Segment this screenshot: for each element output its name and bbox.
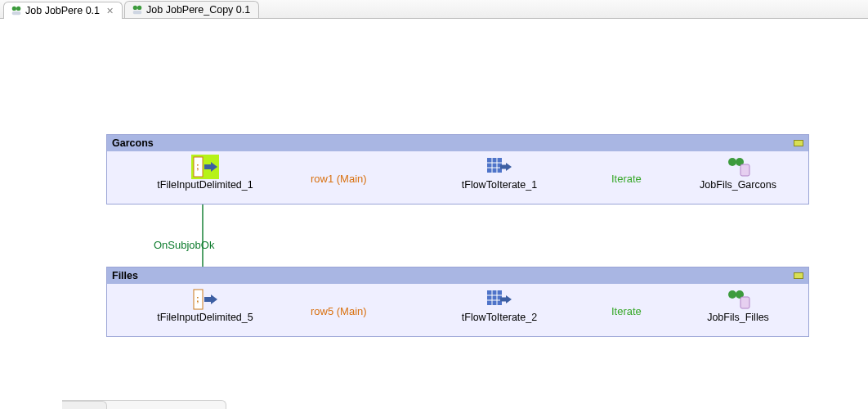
svg-point-28 (728, 290, 736, 299)
link-iterate-garcons[interactable]: Iterate (611, 173, 642, 185)
bottom-tab-stub (62, 400, 226, 409)
job-icon (11, 5, 22, 16)
link-row5-main[interactable]: row5 (Main) (311, 305, 367, 317)
svg-point-1 (16, 7, 20, 11)
svg-point-0 (12, 7, 16, 11)
svg-rect-20 (740, 164, 749, 176)
node-label: tFileInputDelimited_1 (140, 179, 271, 191)
svg-text:;: ; (196, 161, 199, 171)
connector-overlay (0, 19, 868, 409)
node-label: tFlowToIterate_2 (434, 312, 565, 323)
svg-rect-13 (487, 158, 502, 173)
subjob-title: Garcons (107, 135, 808, 151)
link-row1-main[interactable]: row1 (Main) (311, 173, 367, 185)
svg-rect-30 (740, 297, 749, 308)
child-job-icon (726, 289, 750, 310)
subjob-title: Filles (107, 267, 808, 284)
svg-rect-2 (12, 11, 21, 15)
collapse-icon[interactable] (794, 140, 803, 146)
node-label: tFileInputDelimited_5 (140, 312, 271, 323)
node-tflowtoiterate-1[interactable]: tFlowToIterate_1 (434, 156, 565, 191)
close-icon[interactable]: ✕ (106, 6, 114, 16)
svg-point-18 (728, 158, 736, 166)
tab-bar: Job JobPere 0.1 ✕ Job JobPere_Copy 0.1 (0, 0, 868, 19)
tab-jobpere-copy[interactable]: Job JobPere_Copy 0.1 (124, 1, 259, 18)
svg-point-3 (133, 6, 137, 10)
node-tflowtoiterate-2[interactable]: tFlowToIterate_2 (434, 289, 565, 323)
node-label: tFlowToIterate_1 (434, 179, 565, 191)
file-input-icon: ; (193, 289, 217, 310)
tab-label: Job JobPere_Copy 0.1 (146, 4, 250, 16)
file-input-icon: ; (193, 156, 217, 178)
designer-canvas[interactable]: Garcons ; tFileInputDelimited_1 (0, 19, 868, 409)
job-icon (132, 4, 143, 16)
subjob-title-text: Filles (112, 267, 138, 284)
flow-to-iterate-icon (487, 289, 512, 310)
node-tfileinputdelimited-5[interactable]: ; tFileInputDelimited_5 (140, 289, 271, 323)
node-jobfils-garcons[interactable]: JobFils_Garcons (673, 156, 803, 191)
node-label: JobFils_Filles (673, 312, 803, 323)
collapse-icon[interactable] (794, 272, 803, 279)
svg-rect-5 (133, 11, 142, 14)
node-label: JobFils_Garcons (673, 179, 803, 191)
node-tfileinputdelimited-1[interactable]: ; tFileInputDelimited_1 (140, 156, 271, 191)
svg-rect-23 (487, 290, 502, 305)
link-iterate-filles[interactable]: Iterate (611, 305, 642, 317)
tab-label: Job JobPere 0.1 (25, 5, 100, 16)
tab-jobpere[interactable]: Job JobPere 0.1 ✕ (3, 2, 123, 19)
subjob-filles[interactable]: Filles ; tFileInputDelimited_5 (106, 267, 809, 337)
subjob-title-text: Garcons (112, 135, 154, 151)
subjob-garcons[interactable]: Garcons ; tFileInputDelimited_1 (106, 134, 809, 204)
child-job-icon (726, 156, 750, 178)
svg-point-4 (137, 6, 141, 10)
flow-to-iterate-icon (487, 156, 512, 178)
svg-text:;: ; (196, 294, 199, 303)
node-jobfils-filles[interactable]: JobFils_Filles (673, 289, 803, 323)
link-onsubjobok[interactable]: OnSubjobOk (154, 239, 214, 251)
